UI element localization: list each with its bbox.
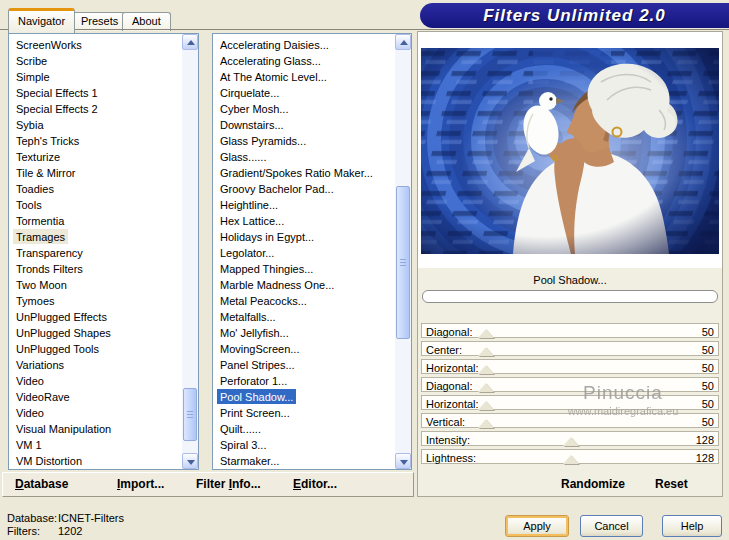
list-item[interactable]: Sybia: [10, 117, 181, 133]
filters-unlimited-dialog: Navigator Presets About Filters Unlimite…: [0, 0, 729, 540]
scroll-up-button[interactable]: [182, 34, 198, 50]
apply-button[interactable]: Apply: [505, 515, 569, 537]
list-item[interactable]: Legolator...: [214, 245, 394, 261]
list-item[interactable]: Tile & Mirror: [10, 165, 181, 181]
list-item[interactable]: Toadies: [10, 181, 181, 197]
list-item[interactable]: Special Effects 2: [10, 101, 181, 117]
filter-scrollbar[interactable]: [395, 34, 411, 469]
list-item[interactable]: UnPlugged Effects: [10, 309, 181, 325]
list-item[interactable]: Panel Stripes...: [214, 357, 394, 373]
list-item[interactable]: Tormentia: [10, 213, 181, 229]
list-item[interactable]: Transparency: [10, 245, 181, 261]
slider-track[interactable]: Horizontal:50: [421, 395, 719, 410]
slider-track[interactable]: Diagonal:50: [421, 323, 719, 338]
list-item[interactable]: Perforator 1...: [214, 373, 394, 389]
list-item[interactable]: Accelerating Daisies...: [214, 37, 394, 53]
list-item[interactable]: Special Effects 1: [10, 85, 181, 101]
slider-thumb[interactable]: [478, 401, 494, 410]
list-item[interactable]: Starmaker...: [214, 453, 394, 468]
list-item[interactable]: Quilt......: [214, 421, 394, 437]
list-item[interactable]: Mo' Jellyfish...: [214, 325, 394, 341]
list-item[interactable]: Accelerating Glass...: [214, 53, 394, 69]
list-item[interactable]: Tymoes: [10, 293, 181, 309]
scrollbar-thumb[interactable]: [396, 186, 410, 339]
slider-track[interactable]: Vertical:50: [421, 413, 719, 428]
list-item[interactable]: Heightline...: [214, 197, 394, 213]
slider-thumb[interactable]: [563, 437, 579, 446]
list-item[interactable]: Tronds Filters: [10, 261, 181, 277]
editor-button[interactable]: Editor...: [293, 477, 337, 491]
list-item[interactable]: ScreenWorks: [10, 37, 181, 53]
list-item[interactable]: Print Screen...: [214, 405, 394, 421]
list-item-label: Panel Stripes...: [217, 357, 298, 372]
list-item-label: Marble Madness One...: [217, 277, 337, 292]
list-item[interactable]: Video: [10, 405, 181, 421]
database-button[interactable]: Database: [15, 477, 68, 491]
list-item[interactable]: Metal Peacocks...: [214, 293, 394, 309]
category-scrollbar[interactable]: [182, 34, 198, 469]
list-item-label: UnPlugged Effects: [13, 309, 110, 324]
scrollbar-thumb[interactable]: [183, 388, 197, 441]
filter-listbox[interactable]: Accelerating Daisies...Accelerating Glas…: [212, 33, 412, 470]
list-item[interactable]: Gradient/Spokes Ratio Maker...: [214, 165, 394, 181]
list-item[interactable]: At The Atomic Level...: [214, 69, 394, 85]
list-item[interactable]: Scribe: [10, 53, 181, 69]
list-item[interactable]: Holidays in Egypt...: [214, 229, 394, 245]
randomize-button[interactable]: Randomize: [561, 477, 625, 491]
list-item[interactable]: UnPlugged Shapes: [10, 325, 181, 341]
cancel-button[interactable]: Cancel: [580, 515, 643, 537]
help-button[interactable]: Help: [662, 515, 722, 537]
list-item[interactable]: Hex Lattice...: [214, 213, 394, 229]
tabstrip-divider: [0, 29, 729, 30]
list-item[interactable]: Simple: [10, 69, 181, 85]
list-item-label: Special Effects 1: [13, 85, 101, 100]
slider-thumb[interactable]: [478, 329, 494, 338]
list-item[interactable]: Pool Shadow...: [214, 389, 394, 405]
list-item[interactable]: Texturize: [10, 149, 181, 165]
reset-button[interactable]: Reset: [655, 477, 688, 491]
slider-thumb[interactable]: [478, 347, 494, 356]
slider-label: Vertical:: [426, 416, 465, 428]
category-listbox[interactable]: ScreenWorksScribeSimpleSpecial Effects 1…: [8, 33, 199, 470]
scroll-down-button[interactable]: [182, 453, 198, 469]
list-item[interactable]: Teph's Tricks: [10, 133, 181, 149]
slider-thumb[interactable]: [563, 455, 579, 464]
scroll-up-button[interactable]: [395, 34, 411, 50]
list-item[interactable]: Variations: [10, 357, 181, 373]
slider-thumb[interactable]: [478, 419, 494, 428]
list-item[interactable]: Metalfalls...: [214, 309, 394, 325]
list-item[interactable]: VideoRave: [10, 389, 181, 405]
list-item[interactable]: Tools: [10, 197, 181, 213]
slider-group: Diagonal:50Center:50Horizontal:50Diagona…: [421, 322, 719, 466]
list-item[interactable]: VM Distortion: [10, 453, 181, 468]
list-item-label: Transparency: [13, 245, 86, 260]
slider-thumb[interactable]: [478, 383, 494, 392]
list-item[interactable]: UnPlugged Tools: [10, 341, 181, 357]
list-item-label: Quilt......: [217, 421, 264, 436]
list-item[interactable]: Cyber Mosh...: [214, 101, 394, 117]
list-item[interactable]: Tramages: [10, 229, 181, 245]
list-item[interactable]: MovingScreen...: [214, 341, 394, 357]
list-item[interactable]: VM 1: [10, 437, 181, 453]
list-item[interactable]: Glass......: [214, 149, 394, 165]
list-item[interactable]: Cirquelate...: [214, 85, 394, 101]
slider-track[interactable]: Horizontal:50: [421, 359, 719, 374]
list-item[interactable]: Glass Pyramids...: [214, 133, 394, 149]
scroll-down-button[interactable]: [395, 453, 411, 469]
list-item[interactable]: Video: [10, 373, 181, 389]
list-item[interactable]: Spiral 3...: [214, 437, 394, 453]
list-item-label: Accelerating Daisies...: [217, 37, 332, 52]
list-item[interactable]: Groovy Bachelor Pad...: [214, 181, 394, 197]
slider-track[interactable]: Center:50: [421, 341, 719, 356]
tab-navigator[interactable]: Navigator: [8, 8, 75, 33]
filter-info-button[interactable]: Filter Info...: [196, 477, 261, 491]
slider-thumb[interactable]: [478, 365, 494, 374]
list-item[interactable]: Mapped Thingies...: [214, 261, 394, 277]
import-button[interactable]: Import...: [117, 477, 164, 491]
slider-track[interactable]: Diagonal:50: [421, 377, 719, 392]
list-item[interactable]: Marble Madness One...: [214, 277, 394, 293]
list-item[interactable]: Downstairs...: [214, 117, 394, 133]
list-item[interactable]: Two Moon: [10, 277, 181, 293]
progress-bar: [422, 290, 718, 303]
list-item[interactable]: Visual Manipulation: [10, 421, 181, 437]
